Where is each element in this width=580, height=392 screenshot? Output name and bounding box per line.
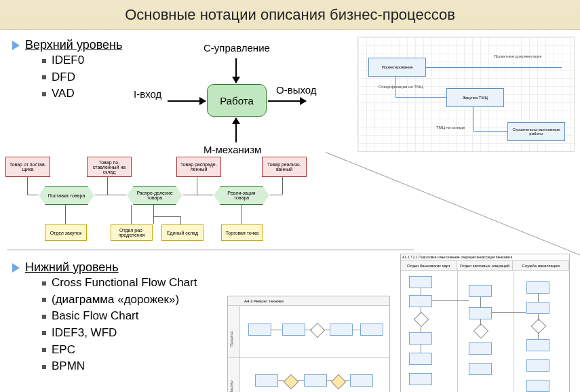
- top-level-block: Верхний уровень IDEF0 DFD VAD: [12, 38, 122, 102]
- page-title: Основные нотации описания бизнес-процесс…: [0, 0, 580, 30]
- mid-pink-1: Товар по-ставленный на склад: [87, 157, 132, 177]
- mid-green-1: Распре-деление товара: [133, 186, 176, 205]
- thumb-bpmn: A1.2.7.2.1 Подготовка и выполнение опера…: [400, 254, 570, 392]
- thumb2-col-2: Служба инкассации: [513, 261, 569, 270]
- mid-yellow-0: Отдел закупок: [45, 224, 87, 241]
- topright-diagram: Проектирование Проектная документация Сп…: [357, 37, 575, 152]
- tr-line-1a: [395, 77, 396, 97]
- bot-item-0: Cross Functional Flow Chart: [42, 275, 197, 292]
- idef0-arrow-c: [235, 58, 237, 83]
- mid-pink-0: Товар от постав-щика: [5, 157, 50, 177]
- bullet-icon: [12, 41, 20, 50]
- mid-green-2: Реали-зация товара: [220, 186, 263, 205]
- bot-item-1: (диаграмма «дорожек»): [42, 292, 197, 309]
- thumb-crossfunc: A4.3 Ремонт техники Процесс Мастер: [227, 296, 390, 392]
- idef0-o-label: O-выход: [276, 84, 317, 96]
- thumb2-col-1: Отдел кассовых операций: [457, 261, 514, 270]
- idef0-c-label: C-управление: [204, 42, 270, 54]
- content: Верхний уровень IDEF0 DFD VAD C-управлен…: [0, 30, 580, 392]
- idef0-arrow-o: [268, 100, 306, 102]
- tr-box-1: Закупка ТМЦ: [446, 88, 504, 107]
- idef0-work-box: Работа: [207, 84, 267, 117]
- mid-diagram: Товар от постав-щика Товар по-ставленный…: [5, 149, 328, 247]
- bot-item-3: IDEF3, WFD: [42, 325, 197, 342]
- heading-text: Верхний уровень: [25, 38, 122, 52]
- bot-item-5: BPMN: [42, 358, 197, 375]
- bot-item-2: Basic Flow Chart: [42, 308, 197, 325]
- bottom-level-block: Нижний уровень Cross Functional Flow Cha…: [12, 260, 197, 375]
- tr-box-2: Строительно-монтажные работы: [507, 122, 565, 141]
- mid-yellow-1: Отдел рас-пределения: [111, 224, 153, 241]
- bot-item-4: EPC: [42, 342, 197, 359]
- heading-text: Нижний уровень: [25, 260, 119, 275]
- top-level-heading: Верхний уровень: [12, 38, 122, 52]
- idef0-diagram: C-управление I-вход Работа O-выход M-мех…: [125, 42, 343, 154]
- mid-yellow-3: Торговая точка: [221, 224, 263, 241]
- tr-line-0: [426, 67, 562, 68]
- top-item-2: VAD: [42, 85, 122, 102]
- mid-pink-3: Товар реализо-ванный: [262, 157, 307, 177]
- idef0-arrow-i: [168, 100, 206, 102]
- thumb1-lane-0: Процесс: [229, 331, 233, 347]
- thumb1-lane-1: Мастер: [229, 380, 233, 392]
- mid-green-0: Поставка товара: [45, 186, 88, 205]
- separator-line-2: [7, 250, 414, 250]
- tr-box-0: Проектирование: [368, 58, 426, 77]
- tr-line-2a: [473, 107, 474, 131]
- tr-lbl-2: ТМЦ на складе: [436, 125, 465, 130]
- thumb2-col-0: Отдел банковских карт: [401, 261, 457, 270]
- top-item-1: DFD: [42, 69, 122, 86]
- bottom-level-heading: Нижний уровень: [12, 260, 197, 275]
- bullet-icon: [12, 263, 20, 273]
- tr-lbl-0: Проектная документация: [494, 54, 542, 58]
- tr-line-1b: [395, 97, 446, 98]
- tr-lbl-1: Спецификации на ТМЦ: [379, 85, 423, 89]
- thumb2-title: A1.2.7.2.1 Подготовка и выполнение опера…: [401, 254, 569, 261]
- thumb1-title: A4.3 Ремонт техники: [228, 296, 389, 306]
- idef0-i-label: I-вход: [134, 88, 161, 100]
- mid-pink-2: Товар распреде-ленный: [176, 157, 221, 177]
- mid-yellow-2: Единый склад: [161, 224, 204, 241]
- top-item-0: IDEF0: [42, 52, 122, 69]
- idef0-arrow-m: [235, 118, 237, 142]
- tr-line-2b: [473, 131, 507, 132]
